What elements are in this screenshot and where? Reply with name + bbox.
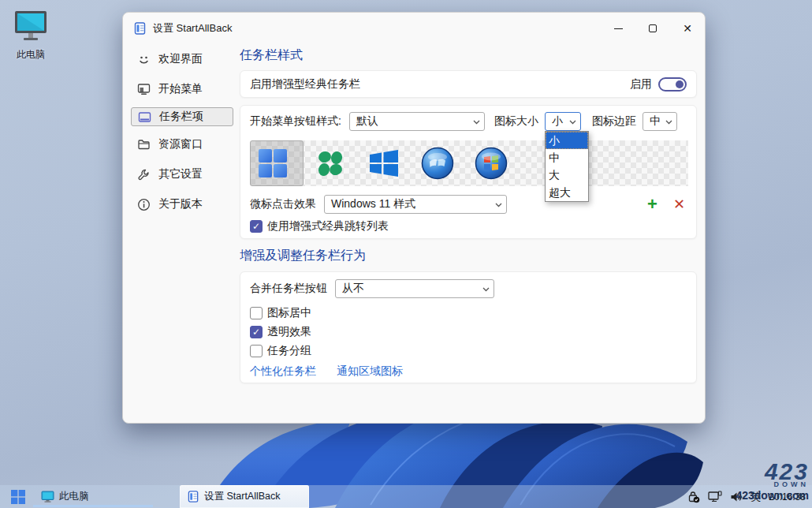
icon-size-label: 图标大小 <box>494 114 538 129</box>
minimize-icon <box>614 28 623 29</box>
orb-windows-7[interactable] <box>411 140 464 186</box>
volume-icon[interactable] <box>730 491 743 502</box>
maximize-icon <box>649 24 657 32</box>
center-icons-checkbox-row[interactable]: 图标居中 <box>250 306 687 320</box>
enable-classic-taskbar-toggle[interactable] <box>658 77 687 92</box>
startallback-app-icon <box>188 491 199 502</box>
sidebar-item-start-menu[interactable]: 开始菜单 <box>131 77 233 101</box>
orb-windows-vista[interactable] <box>464 140 518 186</box>
sidebar-item-about[interactable]: 关于版本 <box>131 192 233 216</box>
toggle-state-label: 启用 <box>630 77 652 92</box>
enable-classic-taskbar-row: 启用增强型经典任务栏 启用 <box>240 70 697 98</box>
chevron-down-icon <box>495 203 502 207</box>
start-button[interactable] <box>6 485 30 508</box>
input-method-indicator[interactable]: 英 <box>751 490 761 504</box>
center-icons-label: 图标居中 <box>267 306 311 320</box>
orb-windows-11[interactable] <box>250 140 304 186</box>
windows-8-logo <box>368 149 400 177</box>
taskbar-item-this-pc[interactable]: 此电脑 <box>33 485 153 508</box>
icon-size-dropdown: 小 中 大 超大 <box>545 131 589 202</box>
windows-11-logo <box>258 148 288 178</box>
sidebar-item-label: 资源窗口 <box>158 137 203 151</box>
desktop-icon-this-pc[interactable]: 此电脑 <box>8 9 54 62</box>
task-grouping-checkbox[interactable] <box>250 345 263 357</box>
close-button[interactable]: ✕ <box>670 13 705 44</box>
start-menu-icon <box>137 83 151 96</box>
combine-buttons-select[interactable]: 从不 <box>335 279 494 298</box>
clover-logo <box>315 148 345 178</box>
this-pc-icon <box>13 9 49 43</box>
task-grouping-label: 任务分组 <box>267 344 311 358</box>
notification-area-icons-link[interactable]: 通知区域图标 <box>337 364 403 379</box>
titlebar[interactable]: 设置 StartAllBack ✕ <box>123 13 705 44</box>
dropdown-option-small[interactable]: 小 <box>546 132 588 149</box>
dropdown-option-large[interactable]: 大 <box>546 166 588 184</box>
orb-windows-8[interactable] <box>357 140 411 186</box>
dropdown-option-xlarge[interactable]: 超大 <box>546 184 588 201</box>
section-title-taskbar-behavior: 增强及调整任务栏行为 <box>240 248 366 264</box>
select-value: 从不 <box>342 282 364 296</box>
sidebar-item-other-settings[interactable]: 其它设置 <box>131 162 233 186</box>
jumplist-checkbox[interactable] <box>250 220 263 233</box>
network-icon[interactable] <box>708 491 722 502</box>
wrench-icon <box>137 168 151 181</box>
icon-margin-select[interactable]: 中 <box>643 112 677 131</box>
sidebar-item-label: 开始菜单 <box>158 82 203 96</box>
taskbar-icon <box>138 110 151 124</box>
icon-margin-label: 图标边距 <box>592 114 636 129</box>
chevron-down-icon <box>665 120 672 125</box>
this-pc-icon <box>41 491 54 502</box>
sidebar: 欢迎界面 开始菜单 任务栏项 <box>123 44 238 423</box>
dropdown-option-medium[interactable]: 中 <box>546 149 588 166</box>
taskbar-style-card: 开始菜单按钮样式: 默认 图标大小 小 小 中 大 超大 图标边距 <box>240 105 697 239</box>
taskbar-item-label: 此电脑 <box>59 490 89 503</box>
windows-vista-orb <box>475 147 508 180</box>
info-icon <box>137 198 151 211</box>
close-icon: ✕ <box>683 23 692 34</box>
icon-size-select[interactable]: 小 小 中 大 超大 <box>545 112 581 131</box>
jumplist-checkbox-row[interactable]: 使用增强式经典跳转列表 <box>250 219 687 233</box>
delete-button[interactable]: ✕ <box>673 197 685 211</box>
task-grouping-checkbox-row[interactable]: 任务分组 <box>250 344 687 358</box>
section-title-taskbar-style: 任务栏样式 <box>240 47 303 64</box>
startallback-settings-window: 设置 StartAllBack ✕ 欢迎界面 <box>122 12 706 424</box>
personalize-taskbar-link[interactable]: 个性化任务栏 <box>250 364 316 379</box>
system-tray: 英 20:16:38 <box>688 485 812 508</box>
logo-click-effect-select[interactable]: Windows 11 样式 <box>324 195 507 214</box>
start-button-style-label: 开始菜单按钮样式: <box>250 114 341 129</box>
maximize-button[interactable] <box>635 13 670 44</box>
minimize-button[interactable] <box>601 13 635 44</box>
transparency-checkbox[interactable] <box>250 326 263 338</box>
sidebar-item-label: 任务栏项 <box>159 110 203 124</box>
toggle-knob <box>676 80 683 88</box>
start-button-style-select[interactable]: 默认 <box>349 112 485 131</box>
taskbar-clock[interactable]: 20:16:38 <box>769 491 806 502</box>
chevron-down-icon <box>569 120 576 125</box>
select-value: Windows 11 样式 <box>331 197 415 211</box>
transparency-checkbox-row[interactable]: 透明效果 <box>250 325 687 339</box>
sidebar-item-welcome[interactable]: 欢迎界面 <box>131 47 233 71</box>
security-lock-icon[interactable] <box>688 491 700 503</box>
center-icons-checkbox[interactable] <box>250 307 263 319</box>
sidebar-item-explorer[interactable]: 资源窗口 <box>131 133 233 156</box>
orb-clover[interactable] <box>304 140 357 186</box>
chevron-down-icon <box>473 120 480 125</box>
jumplist-checkbox-label: 使用增强式经典跳转列表 <box>267 219 389 233</box>
desktop-icon-label: 此电脑 <box>8 48 54 62</box>
windows-7-orb <box>421 147 454 180</box>
sidebar-item-taskbar[interactable]: 任务栏项 <box>131 107 233 126</box>
sidebar-item-label: 其它设置 <box>158 167 203 181</box>
windows-start-icon <box>11 490 25 504</box>
add-button[interactable]: + <box>647 196 657 213</box>
enable-classic-taskbar-label: 启用增强型经典任务栏 <box>250 77 360 92</box>
start-orb-style-strip <box>250 140 688 186</box>
select-value: 小 <box>552 114 563 129</box>
logo-click-effect-label: 微标点击效果 <box>250 197 316 211</box>
combine-buttons-label: 合并任务栏按钮 <box>250 282 327 296</box>
transparency-label: 透明效果 <box>267 325 311 339</box>
smiley-icon <box>137 53 151 66</box>
sidebar-item-label: 关于版本 <box>158 197 203 211</box>
window-title: 设置 StartAllBack <box>153 21 232 35</box>
taskbar-item-startallback-settings[interactable]: 设置 StartAllBack <box>180 485 309 508</box>
chevron-down-icon <box>482 287 490 292</box>
